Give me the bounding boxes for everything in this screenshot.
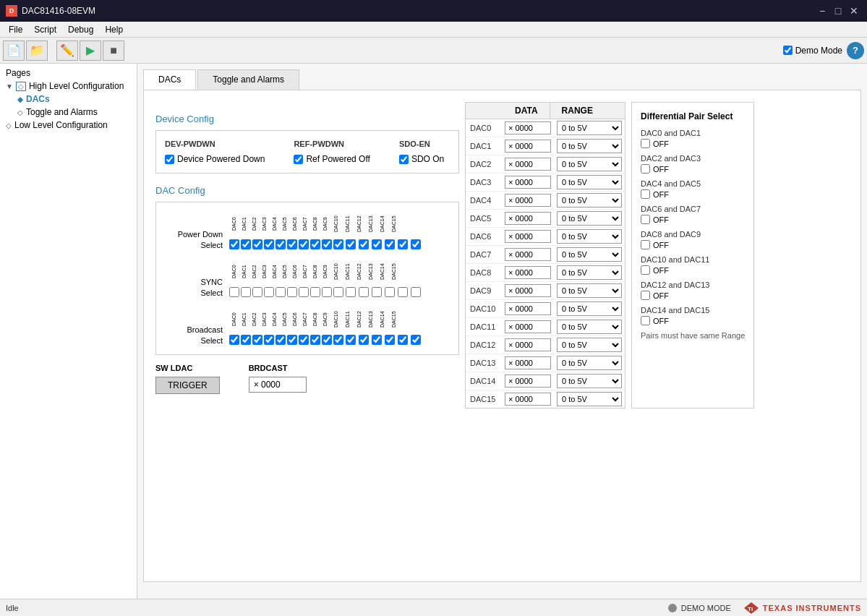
diff-pair-checkbox-1[interactable] [641,164,650,174]
data-input-14[interactable] [505,375,551,388]
bc-check-14[interactable] [397,335,409,345]
sync-check-4[interactable] [276,287,286,297]
pd-check-7[interactable] [310,239,320,249]
range-select-10[interactable]: 0 to 5V0 to 10V-5 to 5V-10 to 10V-2.5 to… [557,301,622,316]
diff-pair-checkbox-3[interactable] [641,215,650,224]
pd-check-8[interactable] [322,239,332,249]
pd-check-11[interactable] [358,239,370,249]
sync-check-1[interactable] [241,287,251,297]
diff-pair-checkbox-2[interactable] [641,189,650,199]
sidebar-item-low-level[interactable]: ◇ Low Level Configuration [0,119,137,132]
pd-check-1[interactable] [241,239,251,249]
brdcast-input[interactable] [249,377,307,393]
close-button[interactable]: ✕ [847,4,861,18]
sidebar-item-dacs[interactable]: ◆ DACs [0,93,137,106]
range-select-11[interactable]: 0 to 5V0 to 10V-5 to 5V-10 to 10V-2.5 to… [557,320,622,334]
pd-check-0[interactable] [229,239,239,249]
data-input-1[interactable] [505,140,551,153]
range-select-12[interactable]: 0 to 5V0 to 10V-5 to 5V-10 to 10V-2.5 to… [557,338,622,352]
data-input-7[interactable] [505,248,551,261]
pd-check-4[interactable] [276,239,286,249]
pd-check-10[interactable] [345,239,356,249]
menu-file[interactable]: File [3,23,28,36]
toolbar-open-button[interactable]: 📁 [26,40,48,61]
range-select-4[interactable]: 0 to 5V0 to 10V-5 to 5V-10 to 10V-2.5 to… [557,193,622,208]
diff-pair-checkbox-5[interactable] [641,265,650,275]
sync-check-8[interactable] [322,287,332,297]
bc-check-13[interactable] [384,335,396,345]
pd-check-14[interactable] [397,239,409,249]
range-select-7[interactable]: 0 to 5V0 to 10V-5 to 5V-10 to 10V-2.5 to… [557,247,622,262]
pd-check-9[interactable] [333,239,343,249]
sync-check-5[interactable] [287,287,297,297]
diff-pair-checkbox-4[interactable] [641,240,650,249]
ref-pwdwn-checkbox[interactable] [294,155,303,164]
bc-check-12[interactable] [371,335,383,345]
sdo-en-checkbox[interactable] [399,155,409,164]
data-input-3[interactable] [505,176,551,189]
bc-check-0[interactable] [229,335,239,345]
sidebar-item-high-level[interactable]: ▼ ◇ High Level Configuration [0,80,137,93]
maximize-button[interactable]: □ [831,4,845,18]
toolbar-new-button[interactable]: 📄 [3,40,25,61]
menu-help[interactable]: Help [99,23,129,36]
range-select-2[interactable]: 0 to 5V0 to 10V-5 to 5V-10 to 10V-2.5 to… [557,157,622,171]
diff-pair-checkbox-0[interactable] [641,139,650,148]
bc-check-5[interactable] [287,335,297,345]
toolbar-stop-button[interactable]: ■ [103,40,124,61]
tab-dacs[interactable]: DACs [143,69,196,90]
data-input-8[interactable] [505,266,551,279]
bc-check-4[interactable] [276,335,286,345]
bc-check-3[interactable] [264,335,274,345]
sidebar-item-toggle-alarms[interactable]: ◇ Toggle and Alarms [0,106,137,119]
dev-pwdwn-checkbox[interactable] [165,155,174,164]
pd-check-3[interactable] [264,239,274,249]
tab-toggle-alarms[interactable]: Toggle and Alarms [197,69,299,90]
data-input-6[interactable] [505,230,551,243]
range-select-5[interactable]: 0 to 5V0 to 10V-5 to 5V-10 to 10V-2.5 to… [557,211,622,226]
minimize-button[interactable]: − [815,4,829,18]
bc-check-8[interactable] [322,335,332,345]
range-select-0[interactable]: 0 to 5V0 to 10V-5 to 5V-10 to 10V-2.5 to… [557,121,622,135]
bc-check-15[interactable] [410,335,422,345]
data-input-4[interactable] [505,194,551,207]
data-input-15[interactable] [505,393,551,406]
pd-check-2[interactable] [252,239,262,249]
data-input-11[interactable] [505,320,551,333]
data-input-13[interactable] [505,356,551,369]
sync-check-12[interactable] [371,287,383,297]
sync-check-6[interactable] [299,287,309,297]
pd-check-5[interactable] [287,239,297,249]
range-select-13[interactable]: 0 to 5V0 to 10V-5 to 5V-10 to 10V-2.5 to… [557,356,622,370]
toolbar-run-button[interactable]: ▶ [80,40,101,61]
range-select-3[interactable]: 0 to 5V0 to 10V-5 to 5V-10 to 10V-2.5 to… [557,175,622,189]
bc-check-6[interactable] [299,335,309,345]
sync-check-13[interactable] [384,287,396,297]
pd-check-15[interactable] [410,239,422,249]
pd-check-13[interactable] [384,239,396,249]
sync-check-3[interactable] [264,287,274,297]
sync-check-10[interactable] [345,287,356,297]
pd-check-12[interactable] [371,239,383,249]
range-select-6[interactable]: 0 to 5V0 to 10V-5 to 5V-10 to 10V-2.5 to… [557,229,622,244]
data-input-10[interactable] [505,302,551,315]
range-select-8[interactable]: 0 to 5V0 to 10V-5 to 5V-10 to 10V-2.5 to… [557,265,622,280]
range-select-14[interactable]: 0 to 5V0 to 10V-5 to 5V-10 to 10V-2.5 to… [557,374,622,388]
sync-check-11[interactable] [358,287,370,297]
data-input-12[interactable] [505,338,551,351]
demo-mode-checkbox[interactable] [783,46,793,55]
bc-check-1[interactable] [241,335,251,345]
bc-check-7[interactable] [310,335,320,345]
help-button[interactable]: ? [847,42,864,59]
sync-check-2[interactable] [252,287,262,297]
bc-check-11[interactable] [358,335,370,345]
sync-check-9[interactable] [333,287,343,297]
range-select-1[interactable]: 0 to 5V0 to 10V-5 to 5V-10 to 10V-2.5 to… [557,139,622,153]
sync-check-14[interactable] [397,287,409,297]
bc-check-10[interactable] [345,335,356,345]
sync-check-0[interactable] [229,287,239,297]
pd-check-6[interactable] [299,239,309,249]
data-input-5[interactable] [505,212,551,225]
demo-mode-label[interactable]: Demo Mode [783,46,842,56]
sync-check-7[interactable] [310,287,320,297]
